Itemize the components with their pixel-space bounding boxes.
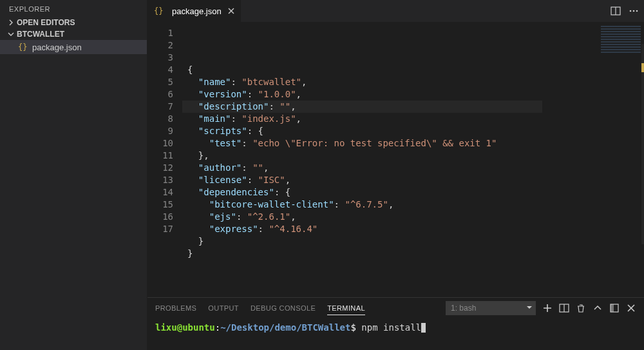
code-line[interactable]: "test": "echo \"Error: no test specified… [187,137,598,150]
code-line[interactable]: "license": "ISC", [187,174,598,186]
svg-point-6 [636,10,638,12]
current-line-highlight [182,101,542,113]
svg-text:{}: {} [18,43,27,52]
line-number-gutter: 1234567891011121314151617 [147,22,182,297]
minimap-content [601,26,641,53]
explorer-title: EXPLORER [0,0,147,17]
chevron-down-icon [8,31,14,37]
tabbar: {} package.json [147,0,644,22]
code-line[interactable]: } [187,235,598,248]
explorer-sidebar: EXPLORER OPEN EDITORS BTCWALLET {} packa… [0,0,147,350]
panel-tab-output[interactable]: OUTPUT [208,302,239,315]
file-item-package-json[interactable]: {} package.json [0,40,147,54]
code-line[interactable]: "version": "1.0.0", [187,88,598,101]
chevron-right-icon [8,19,14,26]
code-line[interactable]: "ejs": "^2.6.1", [187,211,598,223]
svg-point-5 [633,10,635,12]
editor-actions [605,0,644,22]
panel-tab-terminal[interactable]: TERMINAL [327,302,365,315]
overview-ruler [641,44,644,244]
close-icon[interactable] [227,6,236,15]
tab-label: package.json [172,6,222,16]
file-name: package.json [32,43,82,52]
code-line[interactable]: { [187,64,598,76]
code-line[interactable]: "author": "", [187,162,598,174]
svg-text:{}: {} [154,6,163,15]
json-file-icon: {} [154,6,164,16]
project-header[interactable]: BTCWALLET [0,28,147,40]
code-line[interactable]: "name": "btcwallet", [187,76,598,88]
panel-tab-problems[interactable]: PROBLEMS [155,302,196,315]
panel-tab-debug-console[interactable]: DEBUG CONSOLE [251,302,316,315]
panel-tabs: PROBLEMS OUTPUT DEBUG CONSOLE TERMINAL 1… [147,298,644,318]
code-line[interactable]: "express": "^4.16.4" [187,223,598,235]
terminal-body[interactable]: lixu@ubuntu:~/Desktop/demo/BTCWallet$ np… [147,318,644,350]
more-icon[interactable] [629,6,639,16]
project-label: BTCWALLET [17,30,64,39]
panel-actions: 1: bash [446,301,636,315]
code-line[interactable]: } [187,248,598,260]
editor-area: {} package.json 123456789101112131415161… [147,0,644,350]
prompt-colon: : [215,322,220,333]
open-editors-header[interactable]: OPEN EDITORS [0,17,147,28]
terminal-select[interactable]: 1: bash [446,301,536,315]
svg-rect-10 [611,304,614,312]
code-line[interactable]: }, [187,150,598,162]
minimap[interactable] [598,22,644,297]
code-line[interactable]: "bitcore-wallet-client": "^6.7.5", [187,199,598,211]
code-line[interactable]: "scripts": { [187,125,598,137]
chevron-up-icon[interactable] [592,303,603,313]
tab-package-json[interactable]: {} package.json [147,0,242,22]
terminal-select-label: 1: bash [451,304,476,313]
svg-point-4 [630,10,632,12]
prompt-dollar: $ [350,322,361,333]
code-line[interactable]: "main": "index.js", [187,113,598,125]
overview-ruler-marker [641,63,644,72]
editor[interactable]: 1234567891011121314151617 { "name": "btc… [147,22,644,297]
maximize-panel-icon[interactable] [609,303,620,313]
explorer-tree: OPEN EDITORS BTCWALLET {} package.json [0,17,147,54]
bottom-panel: PROBLEMS OUTPUT DEBUG CONSOLE TERMINAL 1… [147,297,644,350]
json-file-icon: {} [18,42,28,52]
code-line[interactable] [187,260,598,272]
code-view[interactable]: { "name": "btcwallet", "version": "1.0.0… [182,22,598,297]
prompt-path: ~/Desktop/demo/BTCWallet [220,322,350,333]
terminal-command: npm install [361,322,421,333]
open-editors-label: OPEN EDITORS [17,18,75,27]
close-panel-icon[interactable] [626,303,636,313]
terminal-cursor [421,323,426,333]
prompt-user: lixu@ubuntu [155,322,215,333]
new-terminal-icon[interactable] [542,303,553,313]
split-terminal-icon[interactable] [559,303,569,313]
kill-terminal-icon[interactable] [576,303,586,313]
split-editor-icon[interactable] [611,6,621,16]
code-line[interactable]: "dependencies": { [187,186,598,199]
